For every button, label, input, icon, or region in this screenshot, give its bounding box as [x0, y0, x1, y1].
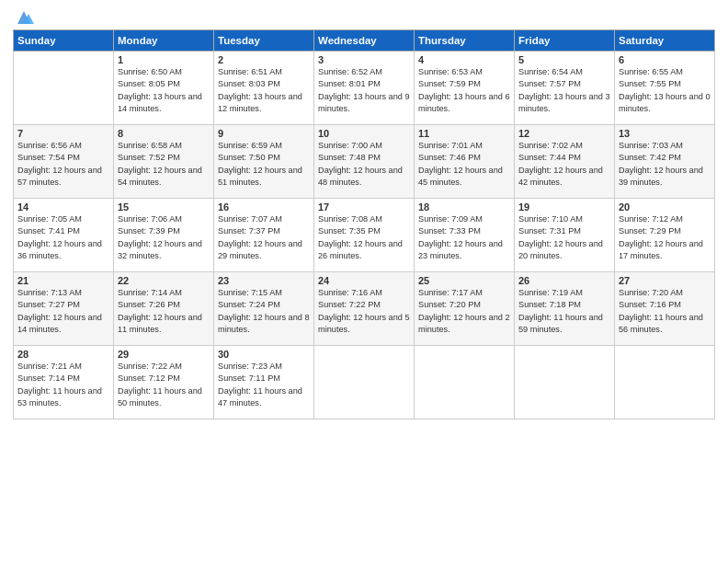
day-number: 10 — [318, 128, 410, 139]
calendar-cell: 1Sunrise: 6:50 AMSunset: 8:05 PMDaylight… — [114, 52, 214, 125]
day-info: Sunrise: 6:54 AMSunset: 7:57 PMDaylight:… — [518, 66, 610, 115]
day-number: 22 — [118, 275, 210, 286]
day-number: 14 — [17, 201, 109, 213]
day-number: 7 — [17, 128, 109, 139]
calendar-table: SundayMondayTuesdayWednesdayThursdayFrid… — [13, 29, 715, 419]
day-number: 30 — [218, 349, 310, 360]
calendar-cell: 28Sunrise: 7:21 AMSunset: 7:14 PMDayligh… — [14, 346, 114, 419]
calendar-cell: 14Sunrise: 7:05 AMSunset: 7:41 PMDayligh… — [14, 199, 114, 272]
day-number: 18 — [418, 201, 510, 213]
day-info: Sunrise: 7:22 AMSunset: 7:12 PMDaylight:… — [118, 361, 210, 409]
day-info: Sunrise: 6:52 AMSunset: 8:01 PMDaylight:… — [318, 66, 410, 115]
day-info: Sunrise: 7:17 AMSunset: 7:20 PMDaylight:… — [418, 287, 510, 336]
day-number: 6 — [619, 54, 711, 65]
day-info: Sunrise: 6:50 AMSunset: 8:05 PMDaylight:… — [118, 66, 210, 115]
calendar-cell — [415, 346, 515, 419]
day-number: 19 — [518, 201, 610, 213]
calendar-cell: 8Sunrise: 6:58 AMSunset: 7:52 PMDaylight… — [114, 125, 214, 199]
day-info: Sunrise: 7:20 AMSunset: 7:16 PMDaylight:… — [619, 287, 711, 336]
day-info: Sunrise: 6:55 AMSunset: 7:55 PMDaylight:… — [619, 66, 711, 115]
day-number: 20 — [619, 201, 711, 213]
day-info: Sunrise: 7:13 AMSunset: 7:27 PMDaylight:… — [17, 287, 109, 336]
calendar-cell: 30Sunrise: 7:23 AMSunset: 7:11 PMDayligh… — [214, 346, 314, 419]
calendar-cell: 15Sunrise: 7:06 AMSunset: 7:39 PMDayligh… — [114, 199, 214, 272]
day-info: Sunrise: 7:02 AMSunset: 7:44 PMDaylight:… — [518, 140, 610, 189]
weekday-header-saturday: Saturday — [615, 30, 715, 52]
day-info: Sunrise: 6:51 AMSunset: 8:03 PMDaylight:… — [218, 66, 310, 115]
calendar-cell: 10Sunrise: 7:00 AMSunset: 7:48 PMDayligh… — [314, 125, 415, 199]
calendar-cell: 22Sunrise: 7:14 AMSunset: 7:26 PMDayligh… — [114, 272, 214, 346]
calendar-cell: 4Sunrise: 6:53 AMSunset: 7:59 PMDaylight… — [415, 52, 515, 125]
day-info: Sunrise: 7:05 AMSunset: 7:41 PMDaylight:… — [17, 213, 109, 262]
logo — [13, 9, 35, 22]
day-number: 26 — [518, 275, 610, 286]
calendar-cell — [515, 346, 615, 419]
day-info: Sunrise: 7:23 AMSunset: 7:11 PMDaylight:… — [218, 361, 310, 409]
calendar-cell: 26Sunrise: 7:19 AMSunset: 7:18 PMDayligh… — [515, 272, 615, 346]
day-number: 11 — [418, 128, 510, 139]
day-number: 15 — [118, 201, 210, 213]
header — [13, 9, 715, 22]
day-number: 21 — [17, 275, 109, 286]
day-info: Sunrise: 7:06 AMSunset: 7:39 PMDaylight:… — [118, 213, 210, 262]
day-info: Sunrise: 7:14 AMSunset: 7:26 PMDaylight:… — [118, 287, 210, 336]
calendar-cell: 21Sunrise: 7:13 AMSunset: 7:27 PMDayligh… — [14, 272, 114, 346]
day-info: Sunrise: 7:00 AMSunset: 7:48 PMDaylight:… — [318, 140, 410, 189]
weekday-header-friday: Friday — [515, 30, 615, 52]
calendar-cell: 25Sunrise: 7:17 AMSunset: 7:20 PMDayligh… — [415, 272, 515, 346]
day-info: Sunrise: 6:53 AMSunset: 7:59 PMDaylight:… — [418, 66, 510, 115]
day-number: 29 — [118, 349, 210, 360]
day-number: 9 — [218, 128, 310, 139]
calendar-cell — [615, 346, 715, 419]
calendar-cell: 29Sunrise: 7:22 AMSunset: 7:12 PMDayligh… — [114, 346, 214, 419]
day-number: 5 — [518, 54, 610, 65]
day-number: 27 — [619, 275, 711, 286]
calendar-cell: 7Sunrise: 6:56 AMSunset: 7:54 PMDaylight… — [14, 125, 114, 199]
day-number: 1 — [118, 54, 210, 65]
calendar-cell: 13Sunrise: 7:03 AMSunset: 7:42 PMDayligh… — [615, 125, 715, 199]
day-number: 17 — [318, 201, 410, 213]
calendar-cell: 16Sunrise: 7:07 AMSunset: 7:37 PMDayligh… — [214, 199, 314, 272]
calendar-cell: 2Sunrise: 6:51 AMSunset: 8:03 PMDaylight… — [214, 52, 314, 125]
day-number: 8 — [118, 128, 210, 139]
calendar-container: SundayMondayTuesdayWednesdayThursdayFrid… — [0, 0, 728, 425]
day-number: 28 — [17, 349, 109, 360]
day-info: Sunrise: 7:10 AMSunset: 7:31 PMDaylight:… — [518, 213, 610, 262]
calendar-cell: 23Sunrise: 7:15 AMSunset: 7:24 PMDayligh… — [214, 272, 314, 346]
weekday-header-sunday: Sunday — [14, 30, 114, 52]
calendar-cell: 20Sunrise: 7:12 AMSunset: 7:29 PMDayligh… — [615, 199, 715, 272]
day-info: Sunrise: 7:15 AMSunset: 7:24 PMDaylight:… — [218, 287, 310, 336]
day-number: 4 — [418, 54, 510, 65]
calendar-cell: 24Sunrise: 7:16 AMSunset: 7:22 PMDayligh… — [314, 272, 415, 346]
weekday-header-monday: Monday — [114, 30, 214, 52]
calendar-cell: 6Sunrise: 6:55 AMSunset: 7:55 PMDaylight… — [615, 52, 715, 125]
day-info: Sunrise: 6:59 AMSunset: 7:50 PMDaylight:… — [218, 140, 310, 189]
calendar-cell: 11Sunrise: 7:01 AMSunset: 7:46 PMDayligh… — [415, 125, 515, 199]
weekday-header-tuesday: Tuesday — [214, 30, 314, 52]
weekday-header-wednesday: Wednesday — [314, 30, 415, 52]
day-number: 16 — [218, 201, 310, 213]
day-info: Sunrise: 7:01 AMSunset: 7:46 PMDaylight:… — [418, 140, 510, 189]
day-info: Sunrise: 7:09 AMSunset: 7:33 PMDaylight:… — [418, 213, 510, 262]
day-number: 23 — [218, 275, 310, 286]
day-number: 24 — [318, 275, 410, 286]
logo-icon — [14, 9, 34, 26]
calendar-cell: 3Sunrise: 6:52 AMSunset: 8:01 PMDaylight… — [314, 52, 415, 125]
week-row-0: 1Sunrise: 6:50 AMSunset: 8:05 PMDaylight… — [14, 52, 715, 125]
day-info: Sunrise: 6:58 AMSunset: 7:52 PMDaylight:… — [118, 140, 210, 189]
day-info: Sunrise: 7:03 AMSunset: 7:42 PMDaylight:… — [619, 140, 711, 189]
calendar-cell — [14, 52, 114, 125]
day-info: Sunrise: 7:07 AMSunset: 7:37 PMDaylight:… — [218, 213, 310, 262]
weekday-header-thursday: Thursday — [415, 30, 515, 52]
day-info: Sunrise: 7:21 AMSunset: 7:14 PMDaylight:… — [17, 361, 109, 409]
calendar-cell: 5Sunrise: 6:54 AMSunset: 7:57 PMDaylight… — [515, 52, 615, 125]
calendar-cell: 9Sunrise: 6:59 AMSunset: 7:50 PMDaylight… — [214, 125, 314, 199]
week-row-1: 7Sunrise: 6:56 AMSunset: 7:54 PMDaylight… — [14, 125, 715, 199]
calendar-cell: 12Sunrise: 7:02 AMSunset: 7:44 PMDayligh… — [515, 125, 615, 199]
weekday-header-row: SundayMondayTuesdayWednesdayThursdayFrid… — [14, 30, 715, 52]
day-info: Sunrise: 7:08 AMSunset: 7:35 PMDaylight:… — [318, 213, 410, 262]
day-number: 3 — [318, 54, 410, 65]
day-number: 13 — [619, 128, 711, 139]
week-row-2: 14Sunrise: 7:05 AMSunset: 7:41 PMDayligh… — [14, 199, 715, 272]
week-row-4: 28Sunrise: 7:21 AMSunset: 7:14 PMDayligh… — [14, 346, 715, 419]
